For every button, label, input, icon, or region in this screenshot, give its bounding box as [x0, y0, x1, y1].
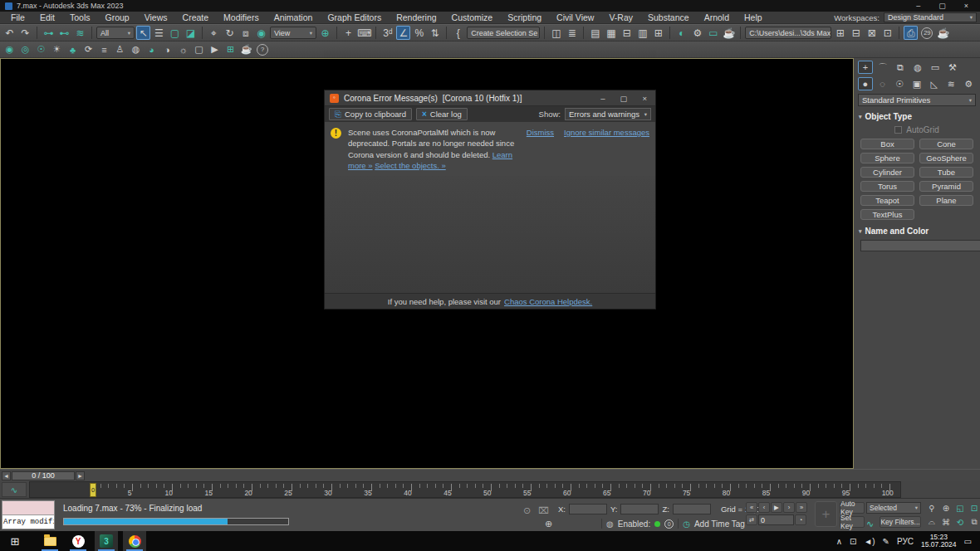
object-type-button-box[interactable]: Box	[860, 139, 914, 149]
vray-light-icon[interactable]: ☉	[34, 42, 48, 56]
toggle-scene-explorer-icon[interactable]: ▤	[588, 26, 602, 40]
tab-hierarchy[interactable]: ⧉	[893, 61, 908, 74]
menu-arnold[interactable]: Arnold	[697, 12, 737, 24]
file-explorer-taskbar-button[interactable]	[38, 531, 61, 551]
state-set-save-icon[interactable]: ⊞	[833, 26, 847, 40]
tray-expand-icon[interactable]: ∧	[836, 537, 842, 546]
go-to-start-button[interactable]: «	[746, 502, 757, 513]
key-mode-toggle[interactable]: ⇄	[746, 514, 757, 525]
current-frame-marker[interactable]: 0	[90, 483, 96, 497]
auto-key-button[interactable]: Auto Key	[840, 502, 865, 514]
listener-script-pane[interactable]: Array modifi	[2, 515, 54, 529]
state-set-add-icon[interactable]: ⊠	[865, 26, 879, 40]
network-icon[interactable]: ⊡	[850, 537, 856, 546]
selection-set-dropdown[interactable]: Selected ▾	[866, 502, 921, 514]
material-editor-icon[interactable]: ◐	[674, 26, 688, 40]
use-pivot-point-center-icon[interactable]: ⊕	[318, 26, 332, 40]
selection-filter-dropdown[interactable]: All▾	[96, 27, 135, 39]
mirror-icon[interactable]: ◫	[549, 26, 563, 40]
yandex-browser-taskbar-button[interactable]: Y	[66, 531, 90, 551]
pan-icon[interactable]: ⌘	[939, 515, 953, 529]
named-selection-sets-dropdown[interactable]: Create Selection Se▾	[467, 27, 540, 39]
menu-scripting[interactable]: Scripting	[500, 12, 549, 24]
subtab-space-warps[interactable]: ≋	[944, 77, 959, 90]
autogrid-checkbox[interactable]	[894, 126, 902, 134]
tab-utilities[interactable]: ⚒	[945, 61, 960, 74]
subtab-lights[interactable]: ☉	[892, 77, 907, 90]
render-production-icon[interactable]: ☕	[722, 26, 736, 40]
object-type-button-cone[interactable]: Cone	[919, 139, 973, 149]
object-type-button-tube[interactable]: Tube	[919, 167, 973, 178]
time-slider-prev-button[interactable]: ◄	[2, 471, 11, 480]
subtab-systems[interactable]: ⚙	[961, 77, 976, 90]
ignore-similar-link[interactable]: Ignore similar messages	[564, 128, 649, 137]
maximize-viewport-icon[interactable]: ⧉	[968, 515, 980, 529]
clock[interactable]: 15:23 15.07.2024	[921, 534, 957, 549]
orbit-icon[interactable]: ⟲	[953, 515, 967, 529]
key-default-icon[interactable]: ◔	[795, 514, 806, 525]
menu-views[interactable]: Views	[137, 12, 175, 24]
menu-file[interactable]: File	[3, 12, 32, 24]
pen-icon[interactable]: ✎	[883, 537, 889, 546]
mini-curve-editor-button[interactable]: ∿	[2, 482, 27, 497]
play-button[interactable]: ▶	[771, 502, 782, 513]
selection-lock-icon[interactable]: ⌧	[538, 505, 549, 516]
spinner-snap-toggle-icon[interactable]: ⇅	[428, 26, 442, 40]
render-history-icon[interactable]: ☕	[936, 26, 950, 40]
go-to-end-button[interactable]: »	[796, 502, 807, 513]
object-type-button-pyramid[interactable]: Pyramid	[919, 181, 973, 192]
toggle-layer-explorer-icon[interactable]: ▦	[604, 26, 618, 40]
transform-type-in-icon[interactable]: ⊕	[545, 519, 552, 529]
previous-frame-button[interactable]: ‹	[758, 502, 770, 513]
rendered-frame-window-icon[interactable]: ▭	[706, 26, 720, 40]
current-frame-field[interactable]	[758, 514, 794, 525]
object-type-button-cylinder[interactable]: Cylinder	[860, 167, 914, 178]
set-keys-button[interactable]: +	[815, 501, 837, 527]
redo-icon[interactable]: ↷	[18, 26, 32, 40]
language-indicator[interactable]: РУС	[897, 537, 914, 546]
autoback-toggle-icon[interactable]: ⎙	[904, 26, 918, 40]
y-coordinate-field[interactable]	[620, 504, 659, 514]
copy-to-clipboard-button[interactable]: ⎘ Copy to clipboard	[329, 108, 412, 120]
select-and-scale-icon[interactable]: ⧈	[238, 26, 252, 40]
menu-modifiers[interactable]: Modifiers	[216, 12, 267, 24]
subtab-cameras[interactable]: ▣	[909, 77, 924, 90]
vray-animation-icon[interactable]: ▶	[208, 42, 222, 56]
notification-center-icon[interactable]: ▭	[964, 537, 972, 546]
workspace-dropdown[interactable]: Design Standard ▾	[884, 12, 977, 22]
select-and-link-icon[interactable]: ⊶	[42, 26, 56, 40]
z-coordinate-field[interactable]	[673, 504, 711, 514]
toggle-ribbon-icon[interactable]: ⊟	[620, 26, 634, 40]
undo-icon[interactable]: ↶	[2, 26, 17, 40]
keyboard-shortcut-override-icon[interactable]: ⌨	[357, 26, 371, 40]
tab-motion[interactable]: ◍	[910, 61, 925, 74]
vray-sphere-fade-icon[interactable]: ◍	[129, 42, 143, 56]
frame-counter-icon[interactable]: 29	[921, 27, 933, 39]
start-button[interactable]: ⊞	[3, 531, 27, 551]
schematic-view-icon[interactable]: ⊞	[651, 26, 665, 40]
vray-list-icon[interactable]: ≡	[97, 42, 111, 56]
menu-customize[interactable]: Customize	[444, 12, 501, 24]
state-set-open-icon[interactable]: ⊟	[849, 26, 863, 40]
vray-camera-icon[interactable]: ◉	[2, 42, 17, 56]
align-icon[interactable]: ≣	[565, 26, 579, 40]
object-type-button-torus[interactable]: Torus	[860, 181, 914, 192]
listener-macro-pane[interactable]	[2, 501, 54, 515]
close-button[interactable]: ×	[964, 2, 968, 10]
render-setup-icon[interactable]: ⚙	[690, 26, 704, 40]
menu-animation[interactable]: Animation	[267, 12, 321, 24]
subtab-geometry[interactable]: ●	[858, 77, 873, 90]
vray-physical-camera-icon[interactable]: ◎	[18, 42, 32, 56]
3dsmax-taskbar-button[interactable]: 3	[95, 531, 118, 551]
select-and-manipulate-icon[interactable]: +	[341, 26, 355, 40]
volume-icon[interactable]: ◄)	[864, 537, 875, 546]
rectangular-selection-region-icon[interactable]: ▢	[168, 26, 182, 40]
object-type-button-sphere[interactable]: Sphere	[860, 153, 914, 163]
select-and-place-icon[interactable]: ◉	[254, 26, 268, 40]
key-filters-button[interactable]: Key Filters...	[880, 516, 921, 528]
dialog-minimize-button[interactable]: –	[600, 94, 605, 103]
angle-snap-toggle-icon[interactable]: ∠	[396, 26, 410, 40]
bind-to-space-warp-icon[interactable]: ≋	[73, 26, 87, 40]
menu-substance[interactable]: Substance	[640, 12, 697, 24]
x-coordinate-field[interactable]	[569, 504, 607, 514]
